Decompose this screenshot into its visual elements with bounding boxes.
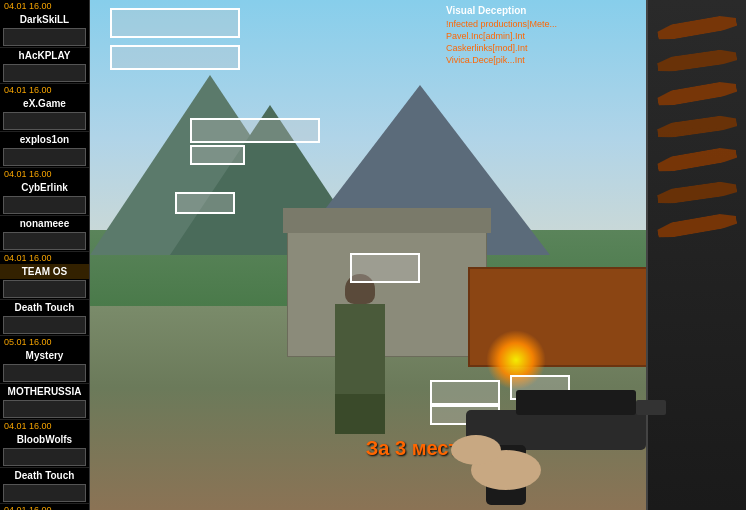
score-bar — [3, 316, 86, 334]
gun-icon-6 — [656, 175, 739, 211]
first-person-gun — [366, 310, 666, 510]
team-name: MOTHERUSSIA — [0, 384, 89, 399]
team-name: BloobWolfs — [0, 432, 89, 447]
score-bar — [3, 400, 86, 418]
team-name: eX.Game — [0, 96, 89, 111]
team-name: Mystery — [0, 348, 89, 363]
team-date: 04.01 16.00 — [0, 84, 89, 96]
hitbox-0 — [110, 8, 240, 38]
gun-icon-1 — [655, 8, 738, 47]
hitbox-2 — [190, 118, 320, 143]
team-name: explos1on — [0, 132, 89, 147]
team-entry: explos1on — [0, 132, 89, 168]
team-entry: Death Touch — [0, 468, 89, 504]
game-background: Visual Deception !nfected productions|Me… — [90, 0, 746, 510]
gun-icon-7 — [655, 206, 738, 245]
team-name: CybErlink — [0, 180, 89, 195]
team-entry: 04.01 16.00Explo5lve — [0, 504, 89, 510]
team-entry: Death Touch — [0, 300, 89, 336]
score-bar — [3, 484, 86, 502]
team-entry: 04.01 16.00eX.Game — [0, 84, 89, 132]
sidebar: 04.01 16.00DarkSkiLLhAcKPLAY04.01 16.00e… — [0, 0, 90, 510]
score-bar — [3, 148, 86, 166]
team-date: 04.01 16.00 — [0, 168, 89, 180]
gun-icon-4 — [656, 109, 739, 145]
svg-rect-1 — [516, 390, 636, 415]
gun-icon-3 — [655, 74, 738, 113]
score-bar — [3, 448, 86, 466]
team-entry: 04.01 16.00DarkSkiLL — [0, 0, 89, 48]
score-bar — [3, 112, 86, 130]
svg-rect-2 — [636, 400, 666, 415]
score-bar — [3, 232, 86, 250]
team-date: 04.01 16.00 — [0, 252, 89, 264]
team-entry: 05.01 16.00Mystery — [0, 336, 89, 384]
team-name: DarkSkiLL — [0, 12, 89, 27]
team-entry: MOTHERUSSIA — [0, 384, 89, 420]
team-date: 04.01 16.00 — [0, 0, 89, 12]
team-entry: 04.01 16.00CybErlink — [0, 168, 89, 216]
team-date: 05.01 16.00 — [0, 336, 89, 348]
team-name: Death Touch — [0, 300, 89, 315]
hitbox-1 — [110, 45, 240, 70]
gun-icon-2 — [656, 43, 739, 79]
team-name: TEAM OS — [0, 264, 89, 279]
team-date: 04.01 16.00 — [0, 420, 89, 432]
team-name: Death Touch — [0, 468, 89, 483]
score-bar — [3, 64, 86, 82]
score-bar — [3, 196, 86, 214]
score-bar — [3, 364, 86, 382]
gun-icon-5 — [655, 140, 738, 179]
score-bar — [3, 28, 86, 46]
hitbox-5 — [350, 253, 420, 283]
team-entry: 04.01 16.00TEAM OS — [0, 252, 89, 300]
hitbox-4 — [175, 192, 235, 214]
team-entry: 04.01 16.00BloobWolfs — [0, 420, 89, 468]
team-name: nonameee — [0, 216, 89, 231]
team-list: 04.01 16.00DarkSkiLLhAcKPLAY04.01 16.00e… — [0, 0, 89, 510]
score-bar — [3, 280, 86, 298]
team-date: 04.01 16.00 — [0, 504, 89, 510]
team-entry: nonameee — [0, 216, 89, 252]
svg-point-5 — [451, 435, 501, 465]
team-entry: hAcKPLAY — [0, 48, 89, 84]
hitbox-3 — [190, 145, 245, 165]
team-name: hAcKPLAY — [0, 48, 89, 63]
